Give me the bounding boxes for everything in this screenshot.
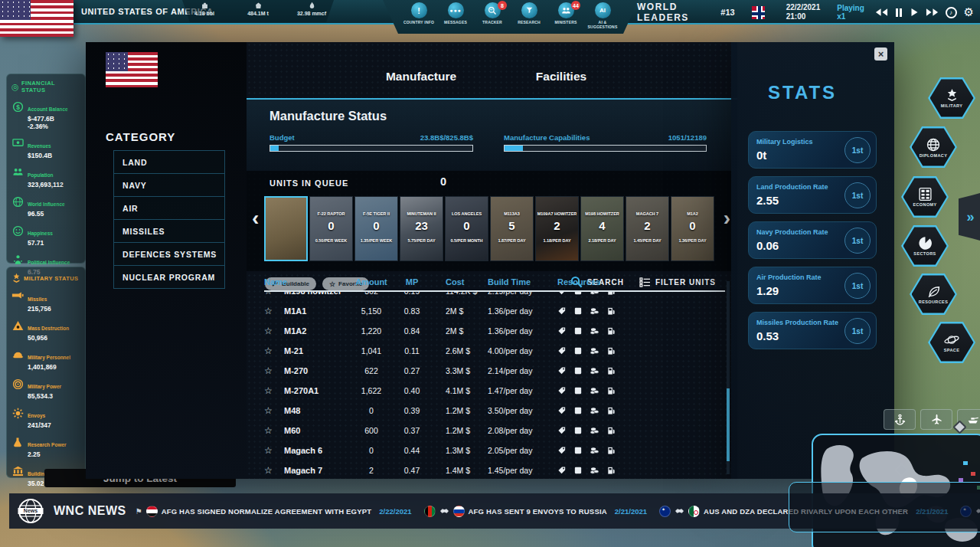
pause-button[interactable] (895, 8, 903, 17)
nav-messages[interactable]: ●●● MESSAGES (438, 2, 473, 34)
tab-facilities[interactable]: Facilities (511, 70, 611, 84)
unit-amount: 5,150 (347, 306, 396, 316)
unit-card[interactable]: M198 HOWITZER 4 2.18/PER DAY (580, 196, 624, 261)
game-title: WORLD LEADERS (637, 2, 702, 23)
table-row[interactable]: ☆ M-270 622 0.27 3.3M $ 2.14/per day (264, 361, 725, 381)
favorite-star-icon[interactable]: ☆ (264, 465, 284, 476)
nav-ministers[interactable]: MINISTERS 44 (548, 2, 583, 34)
table-scrollbar[interactable] (727, 281, 730, 474)
unit-name: M48 (284, 406, 347, 415)
stat-card[interactable]: Navy Production Rate 0.06 1st (748, 221, 877, 259)
favorite-star-icon[interactable]: ☆ (264, 306, 284, 316)
unit-card-name: F-5E TIGER II (355, 211, 397, 216)
stat-card-label: Land Production Rate (756, 183, 828, 191)
gas-resource[interactable]: 32.98 mmcf (292, 2, 332, 22)
unit-build-time: 1.36/per day (488, 306, 554, 316)
sidebar-item-diplomacy[interactable]: DIPLOMACY (910, 126, 957, 169)
latest-news-highlight (789, 482, 980, 532)
table-row[interactable]: ☆ Magach 6 0 0.44 1.3M $ 2.05/per day (264, 441, 725, 460)
favorite-star-icon[interactable]: ☆ (264, 425, 284, 436)
table-row[interactable]: ☆ M-270A1 1,622 0.40 4.1M $ 1.47/per day (264, 381, 725, 401)
oil-resource[interactable]: 4.18 bbl (185, 2, 224, 22)
table-row[interactable]: ☆ M1A1 5,150 0.83 2M $ 1.36/per day (264, 301, 725, 321)
unit-card[interactable]: MAGACH 7 2 1.45/PER DAY (626, 196, 669, 261)
scrollbar-thumb[interactable] (727, 388, 730, 461)
rewind-button[interactable] (875, 8, 888, 17)
nav-research[interactable]: RESEARCH (511, 2, 547, 34)
category-item[interactable]: NUCLEAR PROGRAM (113, 265, 225, 289)
nav-country-info[interactable]: ! COUNTRY INFO (401, 2, 436, 34)
unit-mp: 0.37 (396, 426, 428, 435)
favorite-star-icon[interactable]: ☆ (264, 405, 284, 416)
population-stat: Population 323,693,112 (11, 166, 80, 188)
capabilities-label: Manufacture Capabilities (504, 133, 590, 142)
col-cost: Cost (428, 277, 488, 287)
unit-card[interactable]: F-22 RAPTOR 0 0.50/PER WEEK (309, 196, 353, 261)
budget-progress-bar (270, 145, 473, 152)
unit-card[interactable]: M109A7 HOWITZER 2 1.18/PER DAY (535, 196, 579, 261)
favorite-star-icon[interactable]: ☆ (264, 292, 284, 296)
stat-card[interactable]: Air Production Rate 1.29 1st (748, 267, 877, 304)
panel-expander-chevron-icon[interactable]: » (959, 192, 980, 242)
pennant-icon: ⚑ (136, 507, 142, 516)
unit-name: M-270A1 (284, 386, 347, 395)
usa-flag[interactable] (0, 0, 74, 37)
stat-card-value: 0.53 (756, 329, 779, 342)
favorite-star-icon[interactable]: ☆ (264, 326, 284, 336)
news-item[interactable]: ⚑ AFG HAS SIGNED NORMALIZE AGREEMENT WIT… (136, 506, 412, 517)
music-button[interactable]: ♪ (946, 7, 957, 18)
settings-gear-icon[interactable]: ⚙ (964, 5, 974, 19)
unit-card[interactable] (264, 196, 308, 261)
sidebar-item-economy[interactable]: ECONOMY (901, 175, 949, 218)
norway-flag[interactable] (752, 6, 765, 19)
materials-icon (557, 426, 567, 435)
table-row[interactable]: ☆ Magach 7 2 0.47 1.4M $ 1.45/per day (264, 460, 725, 476)
table-row[interactable]: ☆ M198 howitzer 362 0.19 114.2K $ 2.19/p… (264, 292, 725, 301)
news-item[interactable]: AFG HAS SENT 9 ENVOYS TO RUSSIA 2/21/202… (424, 506, 648, 517)
budget-label: Budget (270, 133, 295, 142)
nav-tracker[interactable]: TRACKER 8 (475, 2, 510, 34)
category-item[interactable]: AIR (113, 196, 225, 220)
tab-manufacture[interactable]: Manufacture (371, 70, 471, 84)
category-item[interactable]: LAND (113, 150, 225, 174)
stat-card[interactable]: Missiles Production Rate 0.53 1st (748, 312, 877, 349)
unit-card-rate: 5.75/PER DAY (400, 238, 443, 243)
category-item[interactable]: DEFENCES SYSTEMS (113, 242, 225, 266)
unit-card[interactable]: MINUTEMAN II 23 5.75/PER DAY (400, 196, 443, 261)
unit-card[interactable]: LOS ANGELES 0 0.5/PER MONTH (445, 196, 488, 261)
sidebar-item-space[interactable]: SPACE (928, 321, 975, 364)
sidebar-item-military[interactable]: MILITARY (928, 77, 975, 120)
unit-card[interactable]: M1A2 0 1.36/PER DAY (671, 196, 714, 261)
favorite-star-icon[interactable]: ☆ (264, 385, 284, 396)
category-item[interactable]: MISSILES (113, 219, 225, 243)
banknote-icon (11, 137, 24, 147)
messages-icon: ●●● (448, 2, 464, 18)
unit-card[interactable]: M113A3 5 1.87/PER DAY (490, 196, 534, 261)
favorite-star-icon[interactable]: ☆ (264, 346, 284, 356)
stat-card[interactable]: Military Logistics 0t 1st (748, 131, 877, 169)
carousel-right-chevron-icon[interactable]: › (724, 208, 730, 229)
supplies-icon (573, 292, 583, 296)
minerals-icon (590, 366, 599, 375)
ore-resource[interactable]: 484.1M t (238, 2, 278, 22)
table-row[interactable]: ☆ M-21 1,041 0.11 2.6M $ 4.00/per day (264, 341, 725, 361)
favorite-star-icon[interactable]: ☆ (264, 445, 284, 456)
sidebar-item-resources[interactable]: RESOURCES (910, 273, 957, 316)
unit-card-amount: 5 (491, 219, 533, 232)
table-row[interactable]: ☆ M60 600 0.37 1.2M $ 2.08/per day (264, 421, 725, 441)
nav-ai-suggestions[interactable]: AI AI & SUGGESTIONS (585, 2, 620, 34)
sidebar-item-sectors[interactable]: SECTORS (901, 224, 949, 267)
table-row[interactable]: ☆ M48 0 0.39 1.2M $ 3.50/per day (264, 401, 725, 421)
fast-forward-button[interactable] (926, 8, 939, 17)
carousel-left-chevron-icon[interactable]: ‹ (252, 208, 259, 229)
close-icon[interactable]: × (874, 47, 887, 61)
navy-filter-button[interactable] (884, 409, 916, 430)
stat-card[interactable]: Land Production Rate 2.55 1st (748, 176, 877, 214)
unit-card-rate: 0.5/PER MONTH (446, 238, 488, 243)
unit-card[interactable]: F-5E TIGER II 0 1.35/PER WEEK (354, 196, 398, 261)
table-row[interactable]: ☆ M1A2 1,220 0.84 2M $ 1.36/per day (264, 321, 725, 341)
category-item[interactable]: NAVY (113, 173, 225, 197)
favorite-star-icon[interactable]: ☆ (264, 365, 284, 376)
play-button[interactable] (910, 8, 919, 17)
air-filter-button[interactable] (920, 409, 952, 430)
